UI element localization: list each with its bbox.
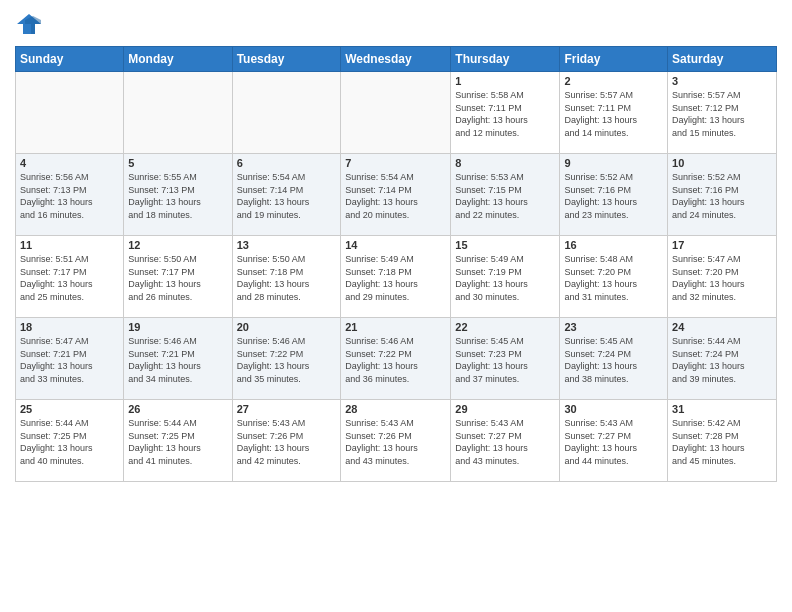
day-number: 25 [20,403,119,415]
calendar-cell: 26Sunrise: 5:44 AM Sunset: 7:25 PM Dayli… [124,400,232,482]
day-number: 18 [20,321,119,333]
day-info: Sunrise: 5:45 AM Sunset: 7:23 PM Dayligh… [455,335,555,385]
day-info: Sunrise: 5:54 AM Sunset: 7:14 PM Dayligh… [237,171,337,221]
calendar-week-row: 1Sunrise: 5:58 AM Sunset: 7:11 PM Daylig… [16,72,777,154]
calendar-cell: 28Sunrise: 5:43 AM Sunset: 7:26 PM Dayli… [341,400,451,482]
day-number: 31 [672,403,772,415]
day-number: 4 [20,157,119,169]
day-number: 8 [455,157,555,169]
col-tuesday: Tuesday [232,47,341,72]
calendar-cell: 29Sunrise: 5:43 AM Sunset: 7:27 PM Dayli… [451,400,560,482]
day-number: 7 [345,157,446,169]
day-number: 23 [564,321,663,333]
day-info: Sunrise: 5:52 AM Sunset: 7:16 PM Dayligh… [672,171,772,221]
day-number: 26 [128,403,227,415]
calendar-cell: 7Sunrise: 5:54 AM Sunset: 7:14 PM Daylig… [341,154,451,236]
calendar-cell: 10Sunrise: 5:52 AM Sunset: 7:16 PM Dayli… [668,154,777,236]
calendar-cell: 21Sunrise: 5:46 AM Sunset: 7:22 PM Dayli… [341,318,451,400]
day-info: Sunrise: 5:50 AM Sunset: 7:18 PM Dayligh… [237,253,337,303]
header [15,10,777,38]
day-info: Sunrise: 5:53 AM Sunset: 7:15 PM Dayligh… [455,171,555,221]
col-wednesday: Wednesday [341,47,451,72]
calendar-week-row: 25Sunrise: 5:44 AM Sunset: 7:25 PM Dayli… [16,400,777,482]
day-number: 6 [237,157,337,169]
day-number: 14 [345,239,446,251]
calendar-table: Sunday Monday Tuesday Wednesday Thursday… [15,46,777,482]
calendar-cell: 25Sunrise: 5:44 AM Sunset: 7:25 PM Dayli… [16,400,124,482]
day-info: Sunrise: 5:45 AM Sunset: 7:24 PM Dayligh… [564,335,663,385]
day-info: Sunrise: 5:49 AM Sunset: 7:19 PM Dayligh… [455,253,555,303]
calendar-week-row: 11Sunrise: 5:51 AM Sunset: 7:17 PM Dayli… [16,236,777,318]
calendar-cell: 4Sunrise: 5:56 AM Sunset: 7:13 PM Daylig… [16,154,124,236]
day-info: Sunrise: 5:43 AM Sunset: 7:27 PM Dayligh… [564,417,663,467]
calendar-header-row: Sunday Monday Tuesday Wednesday Thursday… [16,47,777,72]
day-number: 16 [564,239,663,251]
day-number: 1 [455,75,555,87]
day-info: Sunrise: 5:43 AM Sunset: 7:26 PM Dayligh… [237,417,337,467]
calendar-cell: 13Sunrise: 5:50 AM Sunset: 7:18 PM Dayli… [232,236,341,318]
day-number: 3 [672,75,772,87]
calendar-cell: 27Sunrise: 5:43 AM Sunset: 7:26 PM Dayli… [232,400,341,482]
calendar-cell [341,72,451,154]
day-info: Sunrise: 5:58 AM Sunset: 7:11 PM Dayligh… [455,89,555,139]
calendar-cell: 22Sunrise: 5:45 AM Sunset: 7:23 PM Dayli… [451,318,560,400]
calendar-cell: 16Sunrise: 5:48 AM Sunset: 7:20 PM Dayli… [560,236,668,318]
day-number: 28 [345,403,446,415]
col-saturday: Saturday [668,47,777,72]
calendar-cell: 9Sunrise: 5:52 AM Sunset: 7:16 PM Daylig… [560,154,668,236]
calendar-cell: 30Sunrise: 5:43 AM Sunset: 7:27 PM Dayli… [560,400,668,482]
calendar-cell: 15Sunrise: 5:49 AM Sunset: 7:19 PM Dayli… [451,236,560,318]
calendar-cell: 23Sunrise: 5:45 AM Sunset: 7:24 PM Dayli… [560,318,668,400]
col-thursday: Thursday [451,47,560,72]
day-info: Sunrise: 5:46 AM Sunset: 7:22 PM Dayligh… [345,335,446,385]
day-info: Sunrise: 5:57 AM Sunset: 7:11 PM Dayligh… [564,89,663,139]
day-info: Sunrise: 5:44 AM Sunset: 7:25 PM Dayligh… [20,417,119,467]
day-info: Sunrise: 5:46 AM Sunset: 7:21 PM Dayligh… [128,335,227,385]
day-number: 21 [345,321,446,333]
calendar-cell [232,72,341,154]
logo-icon [15,10,43,38]
calendar-week-row: 18Sunrise: 5:47 AM Sunset: 7:21 PM Dayli… [16,318,777,400]
col-sunday: Sunday [16,47,124,72]
day-info: Sunrise: 5:49 AM Sunset: 7:18 PM Dayligh… [345,253,446,303]
day-number: 5 [128,157,227,169]
day-info: Sunrise: 5:43 AM Sunset: 7:26 PM Dayligh… [345,417,446,467]
day-number: 19 [128,321,227,333]
calendar-cell: 6Sunrise: 5:54 AM Sunset: 7:14 PM Daylig… [232,154,341,236]
calendar-cell: 17Sunrise: 5:47 AM Sunset: 7:20 PM Dayli… [668,236,777,318]
logo [15,10,47,38]
day-info: Sunrise: 5:51 AM Sunset: 7:17 PM Dayligh… [20,253,119,303]
day-info: Sunrise: 5:57 AM Sunset: 7:12 PM Dayligh… [672,89,772,139]
day-info: Sunrise: 5:55 AM Sunset: 7:13 PM Dayligh… [128,171,227,221]
day-number: 30 [564,403,663,415]
day-number: 13 [237,239,337,251]
day-info: Sunrise: 5:43 AM Sunset: 7:27 PM Dayligh… [455,417,555,467]
day-number: 2 [564,75,663,87]
calendar-cell: 3Sunrise: 5:57 AM Sunset: 7:12 PM Daylig… [668,72,777,154]
day-number: 9 [564,157,663,169]
calendar-cell: 8Sunrise: 5:53 AM Sunset: 7:15 PM Daylig… [451,154,560,236]
calendar-page: Sunday Monday Tuesday Wednesday Thursday… [0,0,792,612]
day-info: Sunrise: 5:47 AM Sunset: 7:21 PM Dayligh… [20,335,119,385]
day-info: Sunrise: 5:44 AM Sunset: 7:24 PM Dayligh… [672,335,772,385]
calendar-cell [16,72,124,154]
calendar-cell: 5Sunrise: 5:55 AM Sunset: 7:13 PM Daylig… [124,154,232,236]
calendar-cell [124,72,232,154]
calendar-cell: 2Sunrise: 5:57 AM Sunset: 7:11 PM Daylig… [560,72,668,154]
calendar-week-row: 4Sunrise: 5:56 AM Sunset: 7:13 PM Daylig… [16,154,777,236]
calendar-cell: 24Sunrise: 5:44 AM Sunset: 7:24 PM Dayli… [668,318,777,400]
day-number: 29 [455,403,555,415]
day-number: 20 [237,321,337,333]
day-number: 24 [672,321,772,333]
calendar-cell: 18Sunrise: 5:47 AM Sunset: 7:21 PM Dayli… [16,318,124,400]
col-friday: Friday [560,47,668,72]
calendar-cell: 14Sunrise: 5:49 AM Sunset: 7:18 PM Dayli… [341,236,451,318]
day-info: Sunrise: 5:42 AM Sunset: 7:28 PM Dayligh… [672,417,772,467]
calendar-cell: 11Sunrise: 5:51 AM Sunset: 7:17 PM Dayli… [16,236,124,318]
day-number: 22 [455,321,555,333]
calendar-cell: 31Sunrise: 5:42 AM Sunset: 7:28 PM Dayli… [668,400,777,482]
day-info: Sunrise: 5:48 AM Sunset: 7:20 PM Dayligh… [564,253,663,303]
day-info: Sunrise: 5:52 AM Sunset: 7:16 PM Dayligh… [564,171,663,221]
day-info: Sunrise: 5:44 AM Sunset: 7:25 PM Dayligh… [128,417,227,467]
calendar-cell: 1Sunrise: 5:58 AM Sunset: 7:11 PM Daylig… [451,72,560,154]
